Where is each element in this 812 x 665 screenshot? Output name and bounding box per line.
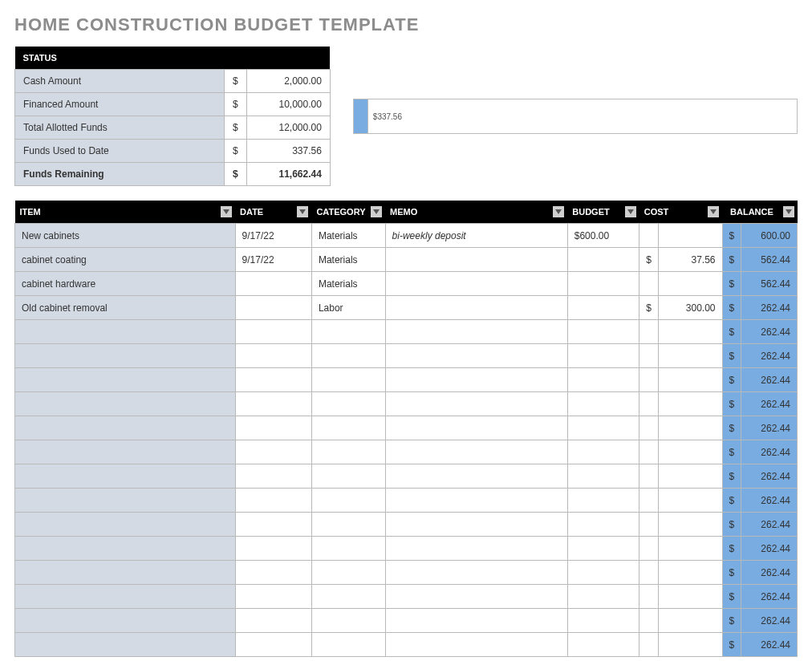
cell-cost-value[interactable] <box>658 585 722 609</box>
filter-icon[interactable] <box>221 206 232 217</box>
filter-icon[interactable] <box>371 206 382 217</box>
cell-cost-value[interactable] <box>658 440 722 464</box>
cell-item[interactable]: New cabinets <box>15 224 236 248</box>
cell-cost-value[interactable]: 37.56 <box>658 248 722 272</box>
cell-memo[interactable] <box>385 248 567 272</box>
cell-budget[interactable] <box>567 513 639 537</box>
cell-date[interactable] <box>235 464 311 489</box>
cell-date[interactable] <box>235 537 311 561</box>
cell-category[interactable] <box>311 344 385 368</box>
cell-date[interactable]: 9/17/22 <box>235 248 311 272</box>
cell-date[interactable] <box>235 440 311 464</box>
cell-cost-value[interactable]: 300.00 <box>658 296 722 320</box>
cell-memo[interactable] <box>385 609 567 633</box>
cell-memo[interactable] <box>385 344 567 368</box>
cell-memo[interactable] <box>385 513 567 537</box>
cell-cost-value[interactable] <box>658 368 722 392</box>
col-header-item[interactable]: ITEM <box>15 201 236 224</box>
cell-memo[interactable] <box>385 440 567 464</box>
cell-category[interactable]: Materials <box>311 224 385 248</box>
cell-item[interactable] <box>15 561 236 585</box>
cell-memo[interactable] <box>385 561 567 585</box>
cell-item[interactable] <box>15 416 236 440</box>
cell-memo[interactable] <box>385 296 567 320</box>
cell-budget[interactable] <box>567 440 639 464</box>
cell-date[interactable] <box>235 296 311 320</box>
col-header-budget[interactable]: BUDGET <box>567 201 639 224</box>
cell-category[interactable] <box>311 609 385 633</box>
cell-budget[interactable] <box>567 296 639 320</box>
cell-category[interactable] <box>311 368 385 392</box>
cell-category[interactable] <box>311 489 385 513</box>
cell-date[interactable] <box>235 561 311 585</box>
cell-category[interactable]: Materials <box>311 272 385 296</box>
cell-cost-value[interactable] <box>658 633 722 657</box>
cell-budget[interactable] <box>567 537 639 561</box>
cell-date[interactable] <box>235 344 311 368</box>
cell-category[interactable] <box>311 416 385 440</box>
cell-date[interactable] <box>235 416 311 440</box>
cell-category[interactable]: Labor <box>311 296 385 320</box>
cell-budget[interactable] <box>567 489 639 513</box>
cell-date[interactable]: 9/17/22 <box>235 224 311 248</box>
cell-date[interactable] <box>235 609 311 633</box>
cell-category[interactable] <box>311 537 385 561</box>
cell-category[interactable] <box>311 464 385 489</box>
cell-memo[interactable] <box>385 416 567 440</box>
cell-date[interactable] <box>235 368 311 392</box>
cell-cost-value[interactable] <box>658 272 722 296</box>
cell-category[interactable] <box>311 585 385 609</box>
cell-budget[interactable] <box>567 320 639 344</box>
cell-item[interactable] <box>15 320 236 344</box>
cell-budget[interactable] <box>567 248 639 272</box>
cell-cost-value[interactable] <box>658 537 722 561</box>
cell-item[interactable]: Old cabinet removal <box>15 296 236 320</box>
cell-date[interactable] <box>235 585 311 609</box>
cell-budget[interactable] <box>567 416 639 440</box>
cell-memo[interactable] <box>385 464 567 489</box>
cell-item[interactable] <box>15 537 236 561</box>
filter-icon[interactable] <box>553 206 564 217</box>
cell-cost-value[interactable] <box>658 224 722 248</box>
filter-icon[interactable] <box>708 206 719 217</box>
cell-budget[interactable]: $600.00 <box>567 224 639 248</box>
cell-budget[interactable] <box>567 464 639 489</box>
cell-memo[interactable] <box>385 489 567 513</box>
cell-item[interactable] <box>15 633 236 657</box>
cell-cost-value[interactable] <box>658 561 722 585</box>
col-header-cost[interactable]: COST <box>639 201 722 224</box>
cell-category[interactable] <box>311 440 385 464</box>
filter-icon[interactable] <box>783 206 794 217</box>
cell-memo[interactable] <box>385 537 567 561</box>
cell-item[interactable]: cabinet hardware <box>15 272 236 296</box>
cell-category[interactable] <box>311 561 385 585</box>
cell-item[interactable] <box>15 344 236 368</box>
cell-item[interactable] <box>15 464 236 489</box>
cell-budget[interactable] <box>567 561 639 585</box>
col-header-balance[interactable]: BALANCE <box>722 201 797 224</box>
cell-memo[interactable] <box>385 585 567 609</box>
cell-cost-value[interactable] <box>658 320 722 344</box>
cell-budget[interactable] <box>567 392 639 416</box>
cell-item[interactable] <box>15 585 236 609</box>
cell-item[interactable] <box>15 609 236 633</box>
cell-item[interactable] <box>15 440 236 464</box>
cell-budget[interactable] <box>567 609 639 633</box>
cell-item[interactable] <box>15 513 236 537</box>
cell-memo[interactable] <box>385 320 567 344</box>
cell-cost-value[interactable] <box>658 464 722 489</box>
cell-budget[interactable] <box>567 344 639 368</box>
filter-icon[interactable] <box>297 206 308 217</box>
col-header-memo[interactable]: MEMO <box>385 201 567 224</box>
cell-memo[interactable] <box>385 633 567 657</box>
cell-date[interactable] <box>235 272 311 296</box>
cell-category[interactable] <box>311 392 385 416</box>
cell-memo[interactable] <box>385 392 567 416</box>
cell-budget[interactable] <box>567 585 639 609</box>
cell-date[interactable] <box>235 320 311 344</box>
cell-budget[interactable] <box>567 272 639 296</box>
cell-date[interactable] <box>235 513 311 537</box>
filter-icon[interactable] <box>625 206 636 217</box>
cell-date[interactable] <box>235 489 311 513</box>
cell-category[interactable] <box>311 513 385 537</box>
